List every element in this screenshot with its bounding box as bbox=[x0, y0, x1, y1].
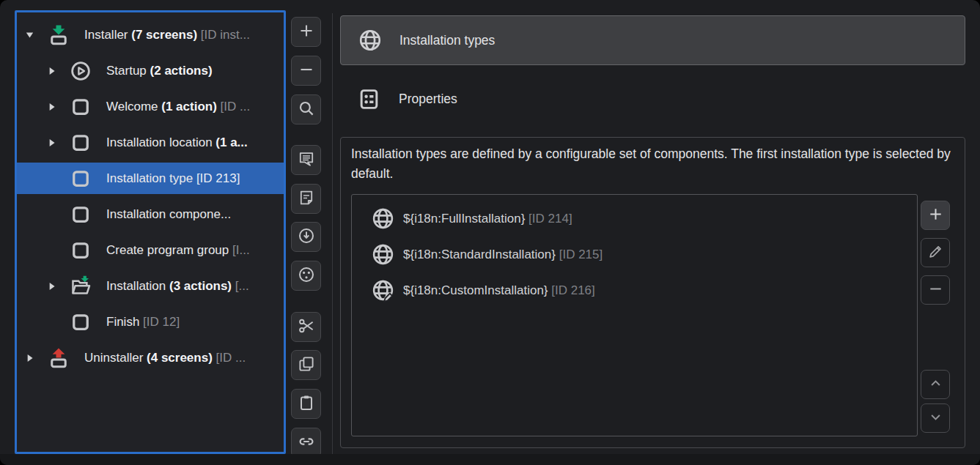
globe-icon bbox=[358, 28, 383, 53]
tree-id-text: [ID 213] bbox=[196, 171, 240, 185]
tree-item-label: Finish [ID 12] bbox=[106, 306, 180, 338]
toolbar-search-button[interactable] bbox=[291, 94, 321, 124]
tree-item-welcome[interactable]: Welcome (1 action) [ID ... bbox=[17, 91, 284, 122]
tree-count-text: (2 actions) bbox=[150, 64, 213, 78]
expander-collapsed-icon[interactable] bbox=[46, 101, 57, 112]
type-name-text: ${i18n:CustomInstallation} bbox=[403, 283, 548, 297]
header-title: Installation types bbox=[399, 33, 495, 48]
paste-icon bbox=[298, 394, 315, 414]
tree-id-text: [ID 12] bbox=[143, 315, 180, 329]
description-text: Installation types are defined by a conf… bbox=[351, 144, 951, 183]
tree-name-text: Uninstaller bbox=[84, 351, 143, 365]
search-icon bbox=[298, 100, 315, 120]
screen-icon bbox=[70, 204, 92, 226]
installer-icon bbox=[48, 24, 70, 46]
tree-item-label: Installation type [ID 213] bbox=[106, 163, 240, 194]
tree-name-text: Installation bbox=[106, 279, 166, 293]
toolbar-comment-button[interactable] bbox=[291, 145, 321, 175]
pencil-icon bbox=[927, 243, 944, 263]
toolbar-cut-button[interactable] bbox=[291, 312, 321, 342]
tree-name-text: Welcome bbox=[106, 100, 158, 114]
installation-type-label: ${i18n:FullInstallation} [ID 214] bbox=[403, 212, 572, 226]
type-name-text: ${i18n:StandardInstallation} bbox=[403, 248, 556, 261]
tree-count-text: (4 screens) bbox=[147, 351, 213, 365]
cut-icon bbox=[298, 317, 315, 338]
installation-type-label: ${i18n:StandardInstallation} [ID 215] bbox=[403, 248, 603, 262]
plus-icon bbox=[927, 206, 944, 226]
toolbar-note-button[interactable] bbox=[291, 184, 321, 214]
tree-name-text: Installation type bbox=[106, 171, 193, 185]
toolbar-remove-button[interactable] bbox=[291, 56, 321, 86]
types-move-down-button[interactable] bbox=[921, 403, 950, 433]
tree-count-text: (1 a... bbox=[215, 135, 247, 149]
tree-item-uninstaller[interactable]: Uninstaller (4 screens) [ID ... bbox=[17, 342, 284, 373]
link-icon bbox=[298, 433, 315, 453]
tree-item-startup[interactable]: Startup (2 actions) bbox=[17, 55, 284, 86]
expander-collapsed-icon[interactable] bbox=[46, 65, 57, 76]
toolbar-link-button[interactable] bbox=[291, 428, 321, 458]
tree-item-finish[interactable]: Finish [ID 12] bbox=[17, 306, 284, 338]
types-edit-button[interactable] bbox=[921, 238, 950, 267]
panel-divider bbox=[332, 13, 333, 454]
tree-item-label: Installation location (1 a... bbox=[106, 127, 248, 158]
installation-type-item-3[interactable]: ${i18n:CustomInstallation} [ID 216] bbox=[352, 272, 917, 308]
screen-icon bbox=[70, 132, 92, 154]
minus-icon bbox=[298, 61, 315, 81]
types-add-button[interactable] bbox=[921, 201, 950, 230]
import-icon bbox=[298, 227, 315, 248]
screen-icon bbox=[70, 239, 92, 261]
tree-item-installation-type[interactable]: Installation type [ID 213] bbox=[17, 163, 284, 194]
types-move-up-button[interactable] bbox=[921, 370, 950, 399]
properties-icon bbox=[358, 88, 380, 111]
window-bottom-edge bbox=[0, 454, 980, 465]
type-id-text: [ID 215] bbox=[559, 248, 603, 261]
tree-count-text: (1 action) bbox=[161, 100, 217, 114]
tree-item-label: Startup (2 actions) bbox=[106, 55, 213, 86]
tree-item-create-program-group[interactable]: Create program group [I... bbox=[17, 234, 284, 266]
type-id-text: [ID 214] bbox=[528, 212, 572, 226]
expander-collapsed-icon[interactable] bbox=[24, 352, 35, 363]
tree-id-text: [... bbox=[235, 279, 249, 293]
tree-item-label: Installation compone... bbox=[106, 198, 231, 230]
installation-types-groupbox: Installation types are defined by a conf… bbox=[340, 137, 965, 448]
toolbar-components-button[interactable] bbox=[291, 261, 321, 291]
tree-name-text: Installation location bbox=[106, 135, 213, 149]
tree-item-installer[interactable]: Installer (7 screens) [ID inst... bbox=[17, 19, 284, 51]
plus-icon bbox=[298, 22, 315, 42]
tree-id-text: [I... bbox=[232, 243, 250, 257]
globe-icon bbox=[371, 207, 395, 231]
tree-name-text: Installation compone... bbox=[106, 207, 231, 221]
expander-expanded-icon[interactable] bbox=[24, 29, 35, 40]
tree-name-text: Create program group bbox=[106, 243, 229, 257]
comment-icon bbox=[298, 150, 315, 171]
types-remove-button[interactable] bbox=[921, 275, 950, 305]
tree-id-text: [ID inst... bbox=[201, 28, 250, 42]
note-icon bbox=[298, 189, 315, 209]
screen-icon bbox=[70, 311, 92, 333]
tree-id-text: [ID ... bbox=[221, 100, 251, 114]
tree-item-label: Installer (7 screens) [ID inst... bbox=[84, 19, 250, 51]
expander-collapsed-icon[interactable] bbox=[46, 280, 57, 291]
installation-types-header: Installation types bbox=[340, 15, 965, 65]
toolbar-paste-button[interactable] bbox=[291, 389, 321, 419]
folder-install-icon bbox=[70, 275, 92, 297]
tree-name-text: Finish bbox=[106, 315, 139, 329]
screen-icon bbox=[70, 168, 92, 190]
installation-type-item-2[interactable]: ${i18n:StandardInstallation} [ID 215] bbox=[352, 237, 917, 272]
expander-collapsed-icon[interactable] bbox=[46, 137, 57, 148]
installation-types-list[interactable]: ${i18n:FullInstallation} [ID 214]${i18n:… bbox=[351, 194, 918, 436]
tree-item-label: Installation (3 actions) [... bbox=[106, 270, 249, 302]
installation-type-item-1[interactable]: ${i18n:FullInstallation} [ID 214] bbox=[352, 201, 917, 237]
toolbar-import-button[interactable] bbox=[291, 222, 321, 252]
properties-section[interactable]: Properties bbox=[340, 85, 648, 113]
tree-count-text: (3 actions) bbox=[169, 279, 232, 293]
tree-item-installation-location[interactable]: Installation location (1 a... bbox=[17, 127, 284, 158]
tree-name-text: Installer bbox=[84, 28, 128, 42]
tree-item-label: Welcome (1 action) [ID ... bbox=[106, 91, 250, 122]
toolbar-copy-button[interactable] bbox=[291, 350, 321, 380]
type-id-text: [ID 216] bbox=[551, 283, 595, 297]
tree-item-installation-compone[interactable]: Installation compone... bbox=[17, 198, 284, 230]
tree-item-installation[interactable]: Installation (3 actions) [... bbox=[17, 270, 284, 302]
copy-icon bbox=[298, 355, 315, 376]
toolbar-add-button[interactable] bbox=[291, 17, 321, 47]
